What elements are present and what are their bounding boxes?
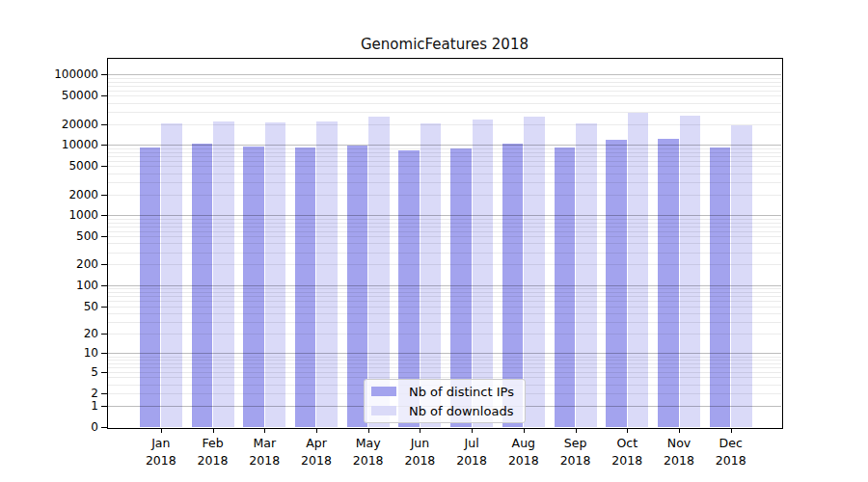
- y-tick: [101, 307, 108, 308]
- gridline: [108, 103, 781, 104]
- x-tick: [524, 428, 525, 433]
- y-tick-label: 200: [37, 256, 98, 272]
- x-tick-label: Jun 2018: [393, 435, 447, 469]
- y-tick-label: 5: [37, 364, 98, 380]
- gridline: [108, 156, 781, 157]
- gridline: [108, 78, 781, 79]
- x-tick: [576, 428, 577, 433]
- x-tick-label: Aug 2018: [497, 435, 551, 469]
- y-tick-label: 500: [37, 228, 98, 244]
- gridline: [108, 292, 781, 293]
- y-tick: [101, 195, 108, 196]
- gridline: [108, 161, 781, 162]
- legend-swatch-distinct-ips: [371, 387, 396, 396]
- y-tick-label: 2000: [37, 187, 98, 202]
- y-tick: [101, 406, 108, 407]
- legend-item-distinct-ips: Nb of distinct IPs: [365, 384, 525, 400]
- gridline: [108, 148, 781, 149]
- gridline: [108, 152, 781, 153]
- y-tick-label: 20: [37, 326, 98, 341]
- bar: [161, 123, 182, 427]
- y-tick: [101, 372, 108, 373]
- x-tick-label: Feb 2018: [186, 435, 240, 469]
- y-tick: [101, 166, 108, 167]
- bar: [680, 116, 701, 427]
- gridline: [108, 223, 781, 224]
- x-tick: [731, 428, 732, 433]
- chart-canvas: GenomicFeatures 2018 0125102050100200500…: [0, 0, 868, 482]
- y-tick: [101, 393, 108, 394]
- y-tick: [101, 264, 108, 265]
- gridline: [108, 285, 781, 286]
- y-tick-label: 10: [37, 345, 98, 361]
- x-tick-label: Nov 2018: [652, 435, 706, 469]
- x-tick: [679, 428, 680, 433]
- x-tick-label: Oct 2018: [600, 435, 654, 469]
- bar: [628, 113, 649, 427]
- gridline: [108, 313, 781, 314]
- x-tick: [472, 428, 473, 433]
- bar: [524, 117, 545, 427]
- y-tick-label: 1000: [37, 207, 98, 223]
- gridline: [108, 288, 781, 289]
- x-tick-label: Mar 2018: [237, 435, 291, 469]
- legend-swatch-downloads: [371, 406, 396, 415]
- y-tick-label: 5000: [37, 158, 98, 174]
- x-tick-label: Jul 2018: [445, 435, 499, 469]
- gridline: [108, 112, 781, 113]
- gridline: [108, 182, 781, 183]
- y-tick-label: 2: [37, 386, 98, 401]
- gridline: [108, 82, 781, 83]
- y-tick: [101, 74, 108, 75]
- gridline: [108, 301, 781, 302]
- gridline: [108, 296, 781, 297]
- legend-item-downloads: Nb of downloads: [365, 403, 525, 419]
- y-tick: [101, 95, 108, 96]
- gridline: [108, 124, 781, 125]
- gridline: [108, 74, 781, 75]
- y-tick: [101, 124, 108, 125]
- y-tick-label: 20000: [37, 117, 98, 132]
- y-tick: [101, 353, 108, 354]
- gridline: [108, 360, 781, 361]
- y-tick: [101, 285, 108, 286]
- y-tick: [101, 427, 108, 428]
- bar: [265, 122, 286, 427]
- y-tick: [101, 334, 108, 335]
- y-tick: [101, 145, 108, 146]
- y-tick-label: 50000: [37, 88, 98, 103]
- y-tick: [101, 236, 108, 237]
- gridline: [108, 334, 781, 335]
- y-tick-label: 0: [37, 419, 98, 435]
- gridline: [108, 253, 781, 254]
- gridline: [108, 227, 781, 228]
- gridline: [108, 231, 781, 232]
- chart-title: GenomicFeatures 2018: [108, 36, 781, 53]
- x-tick: [264, 428, 265, 433]
- gridline: [108, 166, 781, 167]
- y-tick-label: 100000: [37, 67, 98, 82]
- x-tick: [420, 428, 420, 433]
- bar: [731, 125, 752, 427]
- x-tick-label: May 2018: [341, 435, 395, 469]
- x-tick: [368, 428, 369, 433]
- gridline: [108, 95, 781, 96]
- x-tick: [316, 428, 317, 433]
- legend-label-distinct-ips: Nb of distinct IPs: [409, 385, 514, 399]
- x-tick-label: Jan 2018: [134, 435, 188, 469]
- gridline: [108, 322, 781, 323]
- gridline: [108, 91, 781, 92]
- x-tick-label: Sep 2018: [549, 435, 603, 469]
- bar: [576, 123, 597, 427]
- gridline: [108, 219, 781, 220]
- gridline: [108, 215, 781, 216]
- gridline: [108, 236, 781, 237]
- gridline: [108, 363, 781, 364]
- legend-label-downloads: Nb of downloads: [409, 404, 513, 418]
- y-tick-label: 50: [37, 299, 98, 314]
- gridline: [108, 357, 781, 358]
- y-tick-label: 100: [37, 278, 98, 293]
- legend: Nb of distinct IPs Nb of downloads: [364, 379, 526, 423]
- gridline: [108, 372, 781, 373]
- x-tick: [161, 428, 162, 433]
